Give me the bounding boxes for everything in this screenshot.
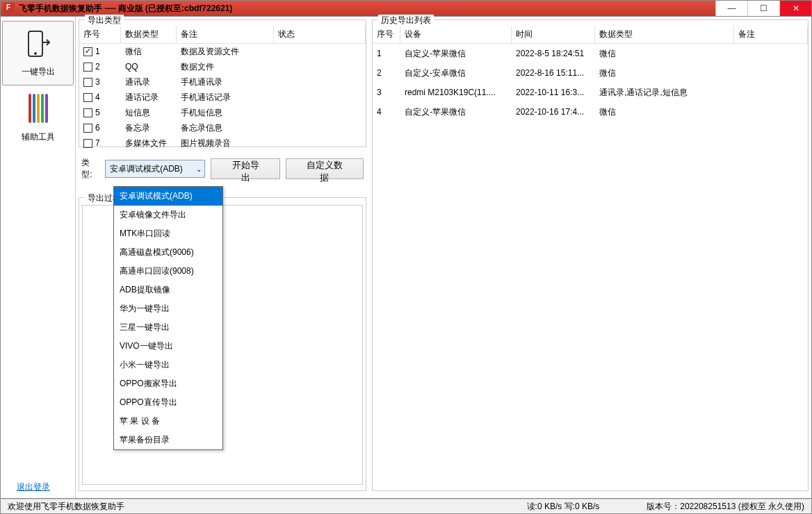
export-type-row[interactable]: 6备忘录备忘录信息 bbox=[79, 120, 366, 135]
hrow-time: 2022-10-11 16:3... bbox=[512, 86, 595, 99]
row-remark: 手机短信息 bbox=[177, 106, 274, 120]
dropdown-item[interactable]: 三星一键导出 bbox=[114, 318, 222, 337]
status-version: 版本号：202208251513 (授权至 永久使用) bbox=[644, 501, 807, 513]
row-checkbox[interactable] bbox=[83, 47, 92, 56]
row-remark: 数据文件 bbox=[177, 60, 274, 74]
row-checkbox[interactable] bbox=[83, 63, 92, 72]
history-row[interactable]: 2自定义-安卓微信2022-8-16 15:11...微信 bbox=[373, 63, 808, 83]
dropdown-item[interactable]: 高通磁盘模式(9006) bbox=[114, 243, 222, 262]
dropdown-item[interactable]: OPPO直传导出 bbox=[114, 393, 222, 412]
hcol-remark[interactable]: 备注 bbox=[734, 26, 808, 43]
history-title: 历史导出列表 bbox=[378, 15, 434, 26]
history-row[interactable]: 4自定义-苹果微信2022-10-16 17:4...微信 bbox=[373, 102, 808, 122]
dropdown-item[interactable]: ADB提取镜像 bbox=[114, 281, 222, 299]
status-speed: 读:0 KB/s 写:0 KB/s bbox=[524, 501, 603, 513]
row-remark: 手机通话记录 bbox=[177, 90, 274, 105]
type-combo[interactable]: 安卓调试模式(ADB) ⌄ bbox=[105, 160, 205, 178]
dropdown-item[interactable]: 小米一键导出 bbox=[114, 356, 222, 374]
dropdown-item[interactable]: 安卓镜像文件导出 bbox=[114, 206, 222, 224]
row-remark: 手机通讯录 bbox=[177, 75, 274, 90]
custom-data-button[interactable]: 自定义数据 bbox=[286, 158, 364, 179]
combo-value: 安卓调试模式(ADB) bbox=[110, 163, 183, 175]
row-status bbox=[274, 126, 366, 129]
tools-icon bbox=[22, 94, 55, 127]
export-type-row[interactable]: 5短信息手机短信息 bbox=[79, 105, 366, 120]
row-checkbox[interactable] bbox=[83, 139, 92, 148]
hrow-datatype: 微信 bbox=[595, 66, 734, 81]
row-type: 短信息 bbox=[121, 106, 177, 120]
row-checkbox[interactable] bbox=[83, 108, 92, 117]
row-checkbox[interactable] bbox=[83, 78, 92, 87]
window-title: 飞零手机数据恢复助手 ---- 商业版 (已授权至:cbdf722621) bbox=[17, 3, 715, 15]
minimize-button[interactable]: — bbox=[715, 1, 747, 16]
dropdown-item[interactable]: 华为一键导出 bbox=[114, 299, 222, 318]
row-type: 备忘录 bbox=[121, 121, 177, 135]
col-datatype[interactable]: 数据类型 bbox=[121, 26, 177, 43]
row-checkbox[interactable] bbox=[83, 93, 92, 102]
export-type-row[interactable]: 1微信数据及资源文件 bbox=[79, 44, 366, 59]
row-type: QQ bbox=[121, 60, 177, 73]
dropdown-item[interactable]: 高通串口回读(9008) bbox=[114, 262, 222, 281]
logout-link[interactable]: 退出登录 bbox=[17, 481, 50, 493]
sidebar-item-export[interactable]: 一键导出 bbox=[2, 21, 74, 85]
export-type-row[interactable]: 7多媒体文件图片视频录音 bbox=[79, 135, 366, 151]
row-status bbox=[274, 81, 366, 83]
sidebar-label-export: 一键导出 bbox=[22, 66, 55, 78]
export-type-row[interactable]: 2QQ数据文件 bbox=[79, 59, 366, 74]
row-remark: 备忘录信息 bbox=[177, 121, 274, 135]
dropdown-item[interactable]: 苹 果 设 备 bbox=[114, 412, 222, 431]
hrow-datatype: 通讯录,通话记录,短信息 bbox=[595, 85, 734, 100]
dropdown-item[interactable]: 苹果备份目录 bbox=[114, 431, 222, 449]
row-status bbox=[274, 65, 366, 68]
hrow-seq: 3 bbox=[373, 86, 400, 99]
status-welcome: 欢迎使用飞零手机数据恢复助手 bbox=[5, 501, 127, 513]
dropdown-item[interactable]: MTK串口回读 bbox=[114, 224, 222, 243]
hrow-time: 2022-8-5 18:24:51 bbox=[512, 47, 595, 60]
sidebar-item-tools[interactable]: 辅助工具 bbox=[1, 87, 75, 150]
history-row[interactable]: 3redmi M2103K19C(11....2022-10-11 16:3..… bbox=[373, 83, 808, 102]
window-controls: — ☐ ✕ bbox=[715, 1, 811, 16]
export-types-group: 导出类型 序号 数据类型 备注 状态 1微信数据及资源文件2QQ数据文件3通讯录… bbox=[79, 19, 366, 147]
phone-export-icon bbox=[22, 28, 55, 62]
hrow-device: 自定义-安卓微信 bbox=[400, 66, 512, 81]
export-types-title: 导出类型 bbox=[85, 15, 124, 26]
type-dropdown: 安卓调试模式(ADB)安卓镜像文件导出MTK串口回读高通磁盘模式(9006)高通… bbox=[113, 186, 223, 450]
dropdown-item[interactable]: OPPO搬家导出 bbox=[114, 374, 222, 393]
hrow-datatype: 微信 bbox=[595, 47, 734, 61]
row-status bbox=[274, 96, 366, 99]
history-row[interactable]: 1自定义-苹果微信2022-8-5 18:24:51微信 bbox=[373, 44, 808, 63]
row-type: 多媒体文件 bbox=[121, 136, 177, 151]
export-type-row[interactable]: 4通话记录手机通话记录 bbox=[79, 90, 366, 105]
dropdown-item[interactable]: VIVO一键导出 bbox=[114, 337, 222, 356]
export-type-row[interactable]: 3通讯录手机通讯录 bbox=[79, 74, 366, 90]
close-button[interactable]: ✕ bbox=[779, 1, 811, 16]
maximize-button[interactable]: ☐ bbox=[747, 1, 779, 16]
app-icon bbox=[3, 3, 15, 14]
col-remark[interactable]: 备注 bbox=[177, 26, 274, 43]
dropdown-item[interactable]: 安卓调试模式(ADB) bbox=[114, 187, 222, 206]
hrow-time: 2022-10-16 17:4... bbox=[512, 106, 595, 118]
row-type: 通讯录 bbox=[121, 75, 177, 90]
hrow-device: 自定义-苹果微信 bbox=[400, 47, 512, 61]
type-label: 类型: bbox=[81, 157, 99, 181]
sidebar-label-tools: 辅助工具 bbox=[22, 131, 55, 143]
row-checkbox[interactable] bbox=[83, 124, 92, 133]
start-export-button[interactable]: 开始导出 bbox=[211, 158, 280, 179]
hcol-time[interactable]: 时间 bbox=[512, 26, 595, 43]
row-type: 通话记录 bbox=[121, 90, 177, 105]
chevron-down-icon: ⌄ bbox=[196, 165, 202, 173]
hcol-device[interactable]: 设备 bbox=[400, 26, 512, 43]
col-status[interactable]: 状态 bbox=[274, 26, 366, 43]
export-types-header: 序号 数据类型 备注 状态 bbox=[79, 26, 366, 44]
hrow-remark bbox=[734, 110, 808, 113]
hrow-seq: 4 bbox=[373, 106, 400, 118]
hcol-seq[interactable]: 序号 bbox=[373, 26, 400, 43]
svg-point-1 bbox=[34, 53, 36, 55]
hrow-remark bbox=[734, 72, 808, 74]
hrow-remark bbox=[734, 52, 808, 55]
row-status bbox=[274, 142, 366, 144]
hrow-time: 2022-8-16 15:11... bbox=[512, 67, 595, 79]
col-seq[interactable]: 序号 bbox=[79, 26, 121, 43]
statusbar: 欢迎使用飞零手机数据恢复助手 读:0 KB/s 写:0 KB/s 版本号：202… bbox=[0, 499, 812, 514]
hcol-datatype[interactable]: 数据类型 bbox=[595, 26, 734, 43]
